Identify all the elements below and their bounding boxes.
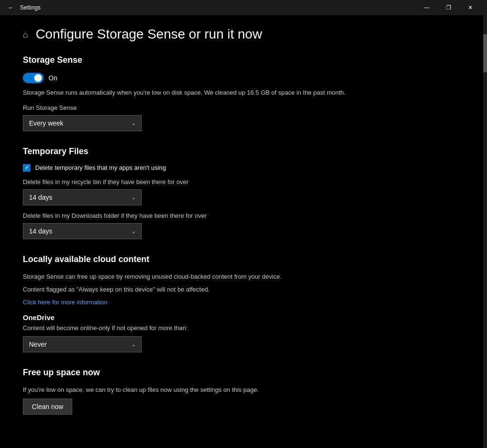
title-bar: ← Settings — ❐ ✕ — [0, 0, 487, 15]
run-storage-sense-dropdown-wrapper: Every day Every week Every month During … — [23, 115, 142, 131]
title-bar-title: Settings — [20, 4, 40, 11]
onedrive-dropdown[interactable]: Never 1 day 14 days 30 days 60 days — [23, 336, 142, 352]
onedrive-description: Content will become online-only if not o… — [23, 323, 460, 333]
storage-sense-title: Storage Sense — [23, 55, 460, 65]
home-icon: ⌂ — [23, 30, 28, 40]
checkbox-check-icon: ✓ — [25, 165, 29, 171]
free-up-space-section: Free up space now If you're low on space… — [23, 368, 460, 415]
cloud-content-description2: Content flagged as "Always keep on this … — [23, 285, 460, 294]
scrollbar-thumb[interactable] — [483, 34, 487, 72]
cloud-content-link[interactable]: Click here for more information — [23, 299, 107, 306]
free-up-space-description: If you're low on space, we can try to cl… — [23, 385, 460, 395]
recycle-bin-label: Delete files in my recycle bin if they h… — [23, 178, 460, 185]
cloud-content-section: Locally available cloud content Storage … — [23, 254, 460, 353]
title-bar-controls: — ❐ ✕ — [416, 0, 481, 15]
storage-sense-toggle[interactable] — [23, 73, 44, 83]
storage-sense-toggle-row: On — [23, 73, 460, 83]
cloud-content-description1: Storage Sense can free up space by remov… — [23, 272, 460, 282]
storage-sense-section: Storage Sense On Storage Sense runs auto… — [23, 55, 460, 131]
close-button[interactable]: ✕ — [459, 0, 481, 15]
storage-sense-toggle-label: On — [49, 74, 58, 82]
minimize-button[interactable]: — — [416, 0, 438, 15]
restore-button[interactable]: ❐ — [438, 0, 459, 15]
downloads-dropdown-wrapper: Never 1 day 14 days 30 days 60 days ⌄ — [23, 223, 142, 239]
delete-temp-checkbox-row: ✓ Delete temporary files that my apps ar… — [23, 164, 460, 172]
content-area: ⌂ Configure Storage Sense or run it now … — [0, 15, 487, 448]
recycle-bin-dropdown-wrapper: Never 1 day 14 days 30 days 60 days ⌄ — [23, 189, 142, 205]
delete-temp-label: Delete temporary files that my apps aren… — [35, 164, 166, 171]
scrollbar-track — [483, 15, 487, 448]
run-storage-sense-label: Run Storage Sense — [23, 104, 460, 111]
page-title: Configure Storage Sense or run it now — [36, 27, 262, 42]
title-bar-left: ← Settings — [6, 4, 40, 11]
downloads-label: Delete files in my Downloads folder if t… — [23, 212, 460, 219]
downloads-dropdown[interactable]: Never 1 day 14 days 30 days 60 days — [23, 223, 142, 239]
free-up-space-title: Free up space now — [23, 368, 460, 378]
temporary-files-title: Temporary Files — [23, 146, 460, 156]
cloud-content-title: Locally available cloud content — [23, 254, 460, 264]
onedrive-dropdown-wrapper: Never 1 day 14 days 30 days 60 days ⌄ — [23, 336, 142, 352]
clean-now-button[interactable]: Clean now — [23, 399, 72, 415]
page-header: ⌂ Configure Storage Sense or run it now — [23, 27, 460, 42]
recycle-bin-dropdown[interactable]: Never 1 day 14 days 30 days 60 days — [23, 189, 142, 205]
run-storage-sense-dropdown[interactable]: Every day Every week Every month During … — [23, 115, 142, 131]
temporary-files-section: Temporary Files ✓ Delete temporary files… — [23, 146, 460, 239]
storage-sense-description: Storage Sense runs automatically when yo… — [23, 88, 460, 97]
back-button[interactable]: ← — [6, 4, 16, 11]
main-content: ⌂ Configure Storage Sense or run it now … — [0, 15, 483, 448]
onedrive-title: OneDrive — [23, 313, 460, 321]
delete-temp-checkbox[interactable]: ✓ — [23, 164, 30, 172]
